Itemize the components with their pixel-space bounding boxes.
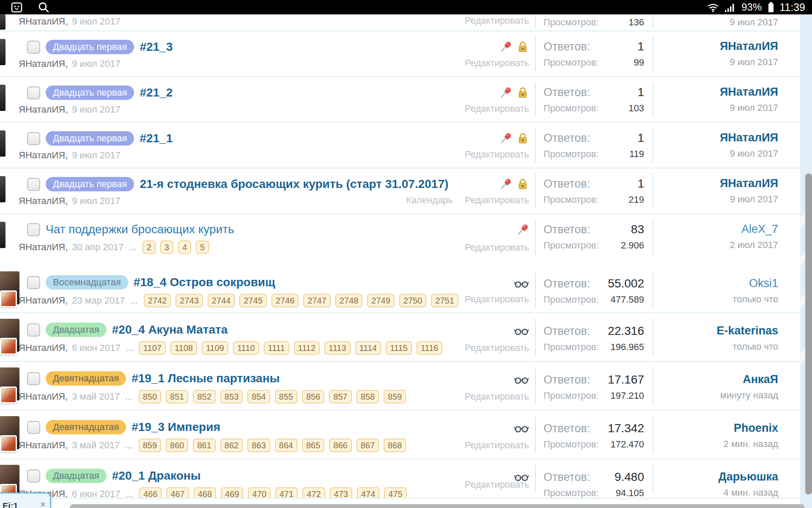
thread-prefix-badge[interactable]: Двадцатая	[46, 323, 107, 337]
thread-title-link[interactable]: #19_1 Лесные партизаны	[132, 372, 280, 385]
page-button[interactable]: 2751	[431, 294, 458, 307]
thread-prefix-badge[interactable]: Двадцать первая	[46, 40, 134, 54]
page-button[interactable]: 1108	[170, 341, 197, 355]
last-poster-link[interactable]: AleX_7	[653, 223, 778, 236]
page-button[interactable]: 2749	[367, 294, 395, 307]
page-button[interactable]: 1110	[233, 341, 259, 355]
thread-title-link[interactable]: #20_4 Акуна Матата	[112, 323, 228, 337]
search-icon[interactable]	[38, 1, 49, 13]
page-button[interactable]: 2742	[144, 294, 171, 307]
thread-select-checkbox[interactable]	[27, 41, 40, 54]
page-button[interactable]: 2743	[176, 294, 203, 307]
thread-author-link[interactable]: ЯНаталИЯ,	[19, 295, 68, 306]
last-poster-link[interactable]: E-katerinas	[653, 324, 778, 337]
last-poster-link[interactable]: Oksi1	[653, 277, 778, 290]
page-button[interactable]: 1107	[139, 341, 166, 355]
page-button[interactable]: 868	[384, 439, 406, 452]
last-poster-link[interactable]: ЯНаталИЯ	[653, 40, 778, 53]
thread-prefix-badge[interactable]: Девятнадцатая	[46, 371, 126, 386]
thread-author-link[interactable]: ЯНаталИЯ,	[19, 196, 68, 207]
page-button[interactable]: 856	[302, 390, 324, 403]
page-button[interactable]: 1114	[355, 341, 381, 355]
page-button[interactable]: 474	[357, 487, 379, 499]
last-poster-link[interactable]: ЯНаталИЯ	[653, 86, 778, 99]
page-button[interactable]: 471	[275, 487, 298, 499]
page-button[interactable]: 470	[248, 487, 270, 499]
thread-select-checkbox[interactable]	[27, 421, 40, 434]
thread-author-link[interactable]: ЯНаталИЯ,	[19, 104, 68, 115]
page-button[interactable]: 5	[196, 240, 209, 254]
horizontal-scrollbar[interactable]	[70, 504, 804, 508]
edit-link[interactable]: Редактировать	[465, 242, 529, 253]
last-poster-link[interactable]: Phoenix	[653, 422, 778, 435]
page-button[interactable]: 850	[139, 390, 161, 403]
page-button[interactable]: 466	[139, 487, 162, 499]
thread-select-checkbox[interactable]	[27, 469, 40, 483]
close-icon[interactable]: ×	[40, 500, 46, 508]
edit-link[interactable]: Редактировать	[465, 195, 529, 206]
page-button[interactable]: 1111	[264, 341, 289, 355]
page-button[interactable]: 4	[178, 240, 191, 254]
page-button[interactable]: 859	[139, 439, 161, 452]
page-button[interactable]: 472	[302, 487, 325, 499]
thread-select-checkbox[interactable]	[27, 132, 40, 145]
thread-title-link[interactable]: #19_3 Империя	[132, 420, 220, 434]
edit-link[interactable]: Редактировать	[465, 58, 529, 69]
edit-link[interactable]: Редактировать	[465, 15, 529, 26]
page-button[interactable]: 473	[330, 487, 352, 499]
page-button[interactable]: 475	[384, 487, 406, 499]
page-button[interactable]: 467	[166, 487, 189, 499]
page-button[interactable]: 1115	[386, 341, 412, 355]
edit-link[interactable]: Редактировать	[465, 479, 529, 490]
thread-title-link[interactable]: 21-я стодневка бросающих курить (старт 3…	[140, 177, 448, 191]
thread-title-link[interactable]: #21_1	[140, 132, 173, 145]
page-button[interactable]: 853	[220, 390, 243, 403]
page-button[interactable]: 851	[166, 390, 188, 403]
last-poster-link[interactable]: ЯНаталИЯ	[653, 177, 778, 190]
page-button[interactable]: 861	[193, 439, 215, 452]
thread-title-link[interactable]: #21_2	[140, 86, 173, 99]
last-poster-link[interactable]: ЯНаталИЯ	[653, 131, 778, 144]
page-button[interactable]: 864	[275, 439, 297, 452]
page-button[interactable]: 1112	[294, 341, 320, 355]
calendar-link[interactable]: Календарь	[406, 195, 453, 206]
thread-prefix-badge[interactable]: Двадцатая	[46, 469, 107, 483]
thread-select-checkbox[interactable]	[27, 86, 40, 99]
thread-select-checkbox[interactable]	[27, 372, 40, 385]
page-button[interactable]: 2746	[272, 294, 299, 307]
page-button[interactable]: 3	[160, 240, 173, 254]
thread-title-link[interactable]: #18_4 Остров сокровищ	[134, 276, 275, 289]
page-button[interactable]: 2750	[399, 294, 427, 307]
page-button[interactable]: 857	[329, 390, 351, 403]
thread-author-link[interactable]: ЯНаталИЯ,	[19, 242, 68, 253]
edit-link[interactable]: Редактировать	[465, 342, 529, 353]
thread-prefix-badge[interactable]: Двадцать первая	[46, 131, 134, 146]
thread-prefix-badge[interactable]: Двадцать первая	[46, 177, 134, 191]
edit-link[interactable]: Редактировать	[465, 391, 529, 402]
page-button[interactable]: 468	[194, 487, 216, 499]
thread-select-checkbox[interactable]	[27, 276, 40, 289]
thread-title-link[interactable]: Чат поддержки бросающих курить	[46, 223, 234, 236]
page-button[interactable]: 852	[193, 390, 215, 403]
thread-title-link[interactable]: #21_3	[140, 40, 173, 54]
page-button[interactable]: 867	[357, 439, 379, 452]
edit-link[interactable]: Редактировать	[465, 294, 529, 305]
page-button[interactable]: 859	[384, 390, 406, 403]
page-button[interactable]: 1109	[202, 341, 228, 355]
thread-prefix-badge[interactable]: Девятнадцатая	[46, 420, 126, 434]
page-button[interactable]: 865	[302, 439, 324, 452]
thread-prefix-badge[interactable]: Двадцать первая	[46, 86, 134, 100]
thread-select-checkbox[interactable]	[27, 223, 40, 236]
page-button[interactable]: 2744	[208, 294, 235, 307]
page-button[interactable]: 855	[275, 390, 297, 403]
page-button[interactable]: 858	[357, 390, 379, 403]
page-button[interactable]: 2	[143, 240, 156, 254]
thread-title-link[interactable]: #20_1 Драконы	[112, 469, 201, 483]
page-button[interactable]: 2745	[239, 294, 267, 307]
page-button[interactable]: 2748	[335, 294, 363, 307]
thread-author-link[interactable]: ЯНаталИЯ,	[19, 440, 68, 451]
edit-link[interactable]: Редактировать	[465, 103, 529, 114]
last-poster-link[interactable]: Дарьюшка	[653, 470, 778, 483]
thread-select-checkbox[interactable]	[27, 178, 40, 191]
page-button[interactable]: 469	[221, 487, 243, 499]
